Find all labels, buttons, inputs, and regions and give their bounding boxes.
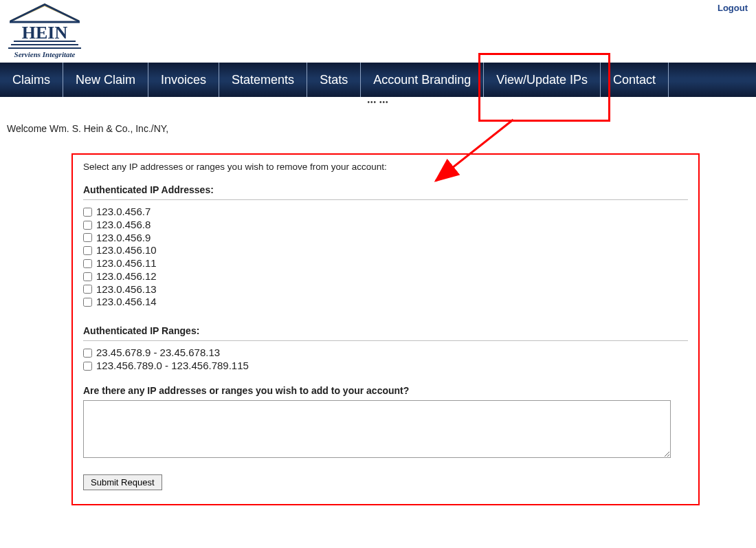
- panel-intro-text: Select any IP addresses or ranges you wi…: [83, 162, 688, 172]
- nav-item-account-branding[interactable]: Account Branding: [361, 63, 484, 97]
- ip-address-value: 123.0.456.9: [96, 232, 151, 245]
- svg-text:HEIN: HEIN: [22, 23, 68, 43]
- ip-address-row: 123.0.456.11: [83, 257, 688, 270]
- ip-address-checkbox[interactable]: [83, 233, 92, 242]
- ip-address-checkbox[interactable]: [83, 298, 92, 307]
- nav-item-new-claim[interactable]: New Claim: [63, 63, 148, 97]
- nav-item-claims[interactable]: Claims: [0, 63, 63, 97]
- nav-item-view-update-ips[interactable]: View/Update IPs: [484, 63, 601, 97]
- ip-address-value: 123.0.456.10: [96, 244, 157, 257]
- main-navbar: ClaimsNew ClaimInvoicesStatementsStatsAc…: [0, 63, 756, 97]
- ip-address-value: 123.0.456.7: [96, 206, 151, 219]
- ip-address-value: 123.0.456.14: [96, 296, 157, 309]
- divider: [83, 340, 688, 341]
- ip-address-value: 123.0.456.13: [96, 283, 157, 296]
- ip-range-checkbox[interactable]: [83, 362, 92, 371]
- welcome-text: Welcome Wm. S. Hein & Co., Inc./NY,: [0, 106, 756, 153]
- ip-address-checkbox[interactable]: [83, 285, 92, 294]
- ip-address-row: 123.0.456.9: [83, 232, 688, 245]
- ip-address-value: 123.0.456.12: [96, 270, 157, 283]
- nav-item-invoices[interactable]: Invoices: [148, 63, 219, 97]
- ip-manage-panel: Select any IP addresses or ranges you wi…: [71, 153, 700, 505]
- ip-address-value: 123.0.456.8: [96, 219, 151, 232]
- ip-range-row: 123.456.789.0 - 123.456.789.115: [83, 360, 688, 373]
- ip-address-row: 123.0.456.7: [83, 206, 688, 219]
- add-ip-textarea[interactable]: [83, 400, 671, 458]
- nav-item-stats[interactable]: Stats: [307, 63, 361, 97]
- nav-item-contact[interactable]: Contact: [601, 63, 669, 97]
- ip-address-row: 123.0.456.10: [83, 244, 688, 257]
- ip-range-row: 23.45.678.9 - 23.45.678.13: [83, 347, 688, 360]
- nav-item-statements[interactable]: Statements: [219, 63, 307, 97]
- logout-link[interactable]: Logout: [718, 3, 748, 13]
- ip-address-checkbox[interactable]: [83, 221, 92, 230]
- ip-address-checkbox[interactable]: [83, 272, 92, 281]
- ip-address-checkbox[interactable]: [83, 208, 92, 217]
- section-title-ip-addresses: Authenticated IP Addresses:: [83, 184, 688, 195]
- ip-address-row: 123.0.456.8: [83, 219, 688, 232]
- ip-range-value: 23.45.678.9 - 23.45.678.13: [96, 347, 220, 360]
- section-title-ip-ranges: Authenticated IP Ranges:: [83, 325, 688, 336]
- ip-address-row: 123.0.456.14: [83, 296, 688, 309]
- add-ip-question: Are there any IP addresses or ranges you…: [83, 385, 688, 396]
- grip-dots: ••• •••: [0, 98, 756, 106]
- divider: [83, 199, 688, 200]
- ip-address-row: 123.0.456.13: [83, 283, 688, 296]
- submit-request-button[interactable]: Submit Request: [83, 474, 162, 490]
- ip-address-value: 123.0.456.11: [96, 257, 157, 270]
- ip-range-checkbox[interactable]: [83, 349, 92, 358]
- brand-logo: HEIN Serviens Integritate: [0, 0, 756, 61]
- ip-address-checkbox[interactable]: [83, 246, 92, 255]
- svg-marker-1: [14, 6, 76, 21]
- ip-address-checkbox[interactable]: [83, 259, 92, 268]
- ip-range-value: 123.456.789.0 - 123.456.789.115: [96, 360, 249, 373]
- ip-address-row: 123.0.456.12: [83, 270, 688, 283]
- svg-text:Serviens Integritate: Serviens Integritate: [14, 50, 76, 58]
